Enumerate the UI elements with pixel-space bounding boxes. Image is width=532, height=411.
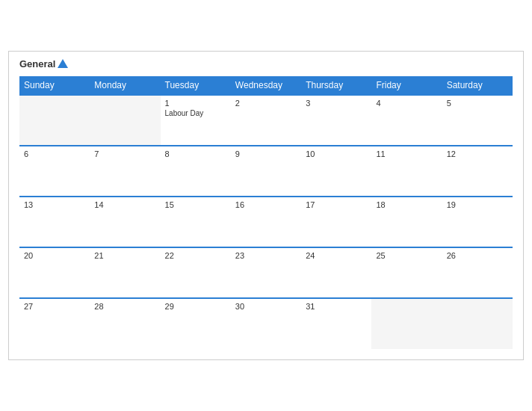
calendar-cell: 9	[231, 146, 301, 197]
day-number: 28	[94, 302, 155, 311]
day-number: 29	[165, 302, 226, 311]
day-number: 9	[235, 149, 297, 158]
calendar-cell	[19, 95, 90, 146]
day-number: 14	[94, 200, 155, 209]
day-number: 20	[24, 251, 85, 260]
calendar-cell: 16	[231, 197, 301, 247]
day-number: 7	[94, 149, 155, 158]
calendar-cell: 21	[90, 247, 160, 298]
day-number: 17	[306, 200, 367, 209]
day-number: 13	[24, 200, 85, 209]
calendar-cell: 2	[231, 95, 301, 146]
calendar-cell: 13	[19, 197, 90, 247]
calendar-cell: 19	[442, 197, 513, 247]
day-number: 30	[235, 302, 297, 311]
day-number: 25	[376, 251, 437, 260]
day-number: 19	[447, 200, 508, 209]
logo-triangle-icon	[58, 59, 68, 68]
day-number: 31	[306, 302, 367, 311]
week-row-0: 1Labour Day2345	[19, 95, 513, 146]
day-number: 15	[165, 200, 226, 209]
day-number: 16	[235, 200, 297, 209]
calendar-table: SundayMondayTuesdayWednesdayThursdayFrid…	[19, 76, 513, 349]
calendar-cell	[90, 95, 160, 146]
day-number: 2	[235, 99, 297, 108]
calendar-cell: 11	[371, 146, 442, 197]
day-number: 23	[235, 251, 297, 260]
calendar-cell: 31	[301, 298, 371, 349]
day-number: 3	[306, 99, 367, 108]
logo-general-text: General	[19, 59, 68, 69]
weekday-header-monday: Monday	[90, 76, 160, 95]
calendar-cell: 3	[301, 95, 371, 146]
calendar-cell: 7	[90, 146, 160, 197]
calendar-cell: 25	[371, 247, 442, 298]
day-number: 10	[306, 149, 367, 158]
week-row-2: 13141516171819	[19, 197, 513, 247]
calendar-cell: 4	[371, 95, 442, 146]
calendar-cell: 26	[442, 247, 513, 298]
calendar-cell: 29	[161, 298, 231, 349]
weekday-header-thursday: Thursday	[301, 76, 371, 95]
week-row-1: 6789101112	[19, 146, 513, 197]
day-number: 6	[24, 149, 85, 158]
day-number: 4	[376, 99, 437, 108]
day-number: 8	[165, 149, 226, 158]
week-row-3: 20212223242526	[19, 247, 513, 298]
day-number: 5	[447, 99, 508, 108]
calendar-container: General SundayMondayTuesdayWednesdayThur…	[8, 51, 524, 359]
day-number: 1	[165, 99, 226, 108]
calendar-cell: 27	[19, 298, 90, 349]
calendar-cell	[371, 298, 442, 349]
weekday-header-tuesday: Tuesday	[161, 76, 231, 95]
calendar-cell: 17	[301, 197, 371, 247]
calendar-cell: 20	[19, 247, 90, 298]
weekday-header-row: SundayMondayTuesdayWednesdayThursdayFrid…	[19, 76, 513, 95]
calendar-cell: 8	[161, 146, 231, 197]
weekday-header-wednesday: Wednesday	[231, 76, 301, 95]
calendar-cell	[442, 298, 513, 349]
calendar-cell: 24	[301, 247, 371, 298]
calendar-cell: 1Labour Day	[161, 95, 231, 146]
calendar-cell: 18	[371, 197, 442, 247]
weekday-header-friday: Friday	[371, 76, 442, 95]
weekday-header-saturday: Saturday	[442, 76, 513, 95]
holiday-label: Labour Day	[165, 109, 226, 117]
calendar-cell: 15	[161, 197, 231, 247]
calendar-cell: 6	[19, 146, 90, 197]
day-number: 22	[165, 251, 226, 260]
day-number: 11	[376, 149, 437, 158]
day-number: 12	[447, 149, 508, 158]
day-number: 18	[376, 200, 437, 209]
calendar-cell: 12	[442, 146, 513, 197]
day-number: 26	[447, 251, 508, 260]
calendar-cell: 14	[90, 197, 160, 247]
calendar-cell: 30	[231, 298, 301, 349]
calendar-cell: 5	[442, 95, 513, 146]
day-number: 27	[24, 302, 85, 311]
weekday-header-sunday: Sunday	[19, 76, 90, 95]
logo: General	[19, 59, 68, 69]
week-row-4: 2728293031	[19, 298, 513, 349]
day-number: 24	[306, 251, 367, 260]
calendar-cell: 28	[90, 298, 160, 349]
calendar-cell: 22	[161, 247, 231, 298]
calendar-header: General	[19, 59, 513, 69]
day-number: 21	[94, 251, 155, 260]
calendar-cell: 23	[231, 247, 301, 298]
calendar-cell: 10	[301, 146, 371, 197]
